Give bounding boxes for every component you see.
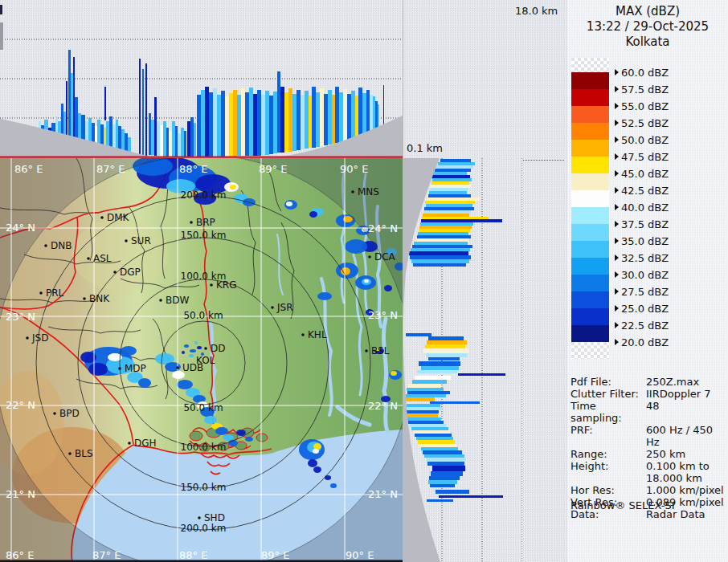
- metadata-label: Hor Res:: [571, 484, 646, 496]
- right-cross-section-panel: [403, 158, 522, 562]
- city-dot: [53, 412, 56, 415]
- echo-bar: [423, 210, 471, 214]
- color-swatch: [571, 190, 609, 207]
- echo-bar: [425, 344, 465, 348]
- axis-tick: [0, 5, 2, 14]
- tick-arrow-icon: [615, 136, 619, 143]
- legend-title-block: MAX (dBZ) 13:22 / 29-Oct-2025 Kolkata: [567, 4, 728, 50]
- echo-bar: [412, 380, 447, 384]
- echo-bar: [175, 126, 178, 157]
- echo-bar: [280, 87, 284, 153]
- echo-bar: [415, 434, 452, 437]
- echo-cell: [236, 430, 246, 436]
- city-label: MNS: [358, 186, 379, 198]
- top-cross-section-panel: [0, 0, 403, 158]
- echo-bar: [229, 93, 233, 157]
- city-label: DMK: [107, 212, 130, 223]
- echo-cell: [121, 346, 137, 356]
- echo-bar: [209, 92, 213, 157]
- scale-value-label: 25.0 dBZ: [615, 303, 669, 314]
- tick-arrow-icon: [615, 322, 619, 328]
- city-dot: [113, 271, 117, 274]
- echo-bar: [431, 185, 471, 188]
- echo-bar: [422, 217, 489, 219]
- metadata-row: Range:250 km: [571, 448, 726, 460]
- latitude-label: 22° N: [368, 400, 398, 412]
- tick-arrow-icon: [615, 86, 619, 92]
- echo-bar: [428, 194, 471, 198]
- metadata-label: Pdf File:: [571, 376, 646, 388]
- latitude-label: 21° N: [368, 488, 398, 500]
- color-swatch: [571, 106, 609, 123]
- max-height-label: 18.0 km: [515, 5, 558, 17]
- right-cross-section-plot: [403, 158, 522, 562]
- city-label: MDP: [125, 363, 146, 374]
- echo-bar: [427, 340, 467, 344]
- echo-bar: [190, 117, 194, 157]
- city-dot: [128, 442, 131, 445]
- radar-map: 86° E87° E88° E89° E90° E86° E87° E88° E…: [0, 158, 403, 562]
- echo-bar: [194, 123, 196, 156]
- city-label: DNB: [51, 240, 72, 251]
- echo-bar: [351, 91, 355, 140]
- echo-bar: [419, 444, 456, 447]
- city-dot: [118, 367, 121, 370]
- echo-bar: [419, 361, 460, 366]
- echo-bar: [166, 128, 169, 157]
- color-swatch: [571, 173, 609, 190]
- longitude-label: 89° E: [259, 163, 287, 175]
- echo-bar: [421, 447, 458, 450]
- city-dot: [39, 291, 43, 295]
- echo-cell: [230, 185, 236, 189]
- echo-bar: [430, 188, 468, 191]
- echo-cell: [197, 346, 202, 349]
- echo-bar: [428, 357, 460, 360]
- longitude-label: 86° E: [6, 549, 34, 561]
- product-metadata: Pdf File:250Z.maxClutter Filter:IIRDoppl…: [571, 376, 726, 520]
- echo-bar: [151, 120, 154, 155]
- color-swatch: [571, 140, 609, 157]
- color-scale: 60.0 dBZ57.5 dBZ55.0 dBZ52.5 dBZ50.0 dBZ…: [571, 58, 724, 359]
- scale-value-label: 55.0 dBZ: [615, 100, 669, 112]
- echo-cell: [313, 466, 321, 473]
- echo-bar: [201, 90, 205, 157]
- color-swatch: [571, 308, 609, 325]
- city-dot: [44, 244, 47, 247]
- city-dot: [176, 366, 179, 369]
- city-dot: [271, 306, 274, 309]
- echo-cell: [204, 416, 217, 424]
- longitude-label: 87° E: [96, 163, 125, 175]
- echo-bar: [415, 376, 451, 380]
- echo-bar: [178, 133, 181, 157]
- color-swatch: [571, 241, 609, 258]
- city-label: BSL: [371, 345, 390, 356]
- echo-cell: [177, 380, 193, 389]
- tick-arrow-icon: [615, 339, 619, 345]
- city-label: DCA: [374, 251, 396, 263]
- echo-bar: [375, 101, 378, 130]
- city-label: UDB: [182, 362, 203, 373]
- echo-bar: [249, 88, 253, 156]
- echo-bar: [145, 63, 147, 157]
- echo-bar: [154, 97, 157, 156]
- echo-bar: [432, 178, 472, 181]
- echo-bar: [417, 235, 471, 238]
- echo-bar: [253, 94, 257, 156]
- underflow-swatch: [571, 342, 609, 359]
- city-label: SUR: [131, 235, 151, 246]
- echo-bar: [421, 366, 459, 370]
- city-dot: [190, 221, 193, 224]
- echo-bar: [366, 90, 370, 135]
- terrain-plain: [72, 218, 169, 291]
- echo-bar: [181, 128, 184, 157]
- color-swatch: [571, 325, 609, 342]
- echo-bar: [288, 88, 292, 152]
- metadata-label: Height:: [571, 460, 646, 484]
- echo-bar: [436, 165, 473, 169]
- metadata-row: Hor Res:1.000 km/pixel: [571, 484, 726, 496]
- echo-bar: [423, 348, 468, 353]
- scale-value-label: 27.5 dBZ: [615, 286, 669, 297]
- tick-arrow-icon: [615, 255, 619, 261]
- city-label: BLS: [75, 448, 93, 459]
- city-dot: [301, 333, 305, 336]
